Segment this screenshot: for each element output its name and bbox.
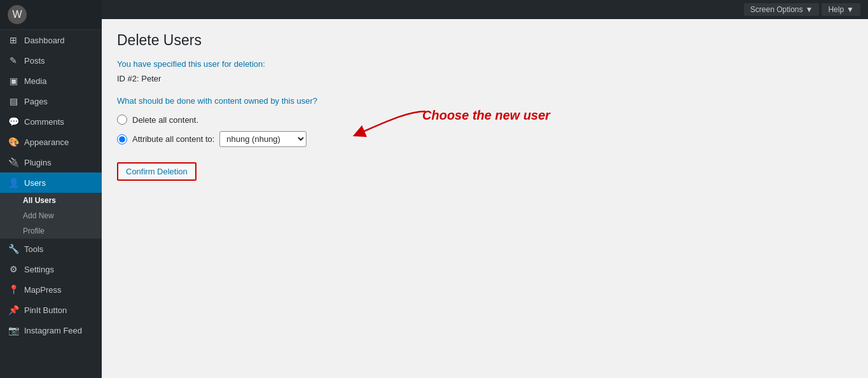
sidebar-item-pages[interactable]: ▤ Pages <box>0 91 102 111</box>
attribute-row: Attribute all content to: nhung (nhung) … <box>117 131 853 147</box>
sidebar-item-comments[interactable]: 💬 Comments <box>0 111 102 132</box>
sidebar-item-pinit[interactable]: 📌 PinIt Button <box>0 300 102 320</box>
user-id-text: ID #2: Peter <box>117 74 853 83</box>
sidebar-item-label: Instagram Feed <box>24 326 82 335</box>
users-submenu: All Users Add New Profile <box>0 193 102 239</box>
appearance-icon: 🎨 <box>8 137 19 147</box>
sidebar-item-tools[interactable]: 🔧 Tools <box>0 239 102 259</box>
delete-all-label[interactable]: Delete all content. <box>132 115 198 125</box>
sidebar-item-label: MapPress <box>24 285 62 295</box>
posts-icon: ✎ <box>8 55 19 66</box>
page-title: Delete Users <box>117 32 853 49</box>
sidebar-item-settings[interactable]: ⚙ Settings <box>0 259 102 279</box>
attribute-label[interactable]: Attribute all content to: <box>132 134 214 144</box>
screen-options-label: Screen Options <box>750 5 803 14</box>
submenu-all-users[interactable]: All Users <box>0 193 102 208</box>
sidebar-item-label: Tools <box>24 244 43 254</box>
submenu-add-new[interactable]: Add New <box>0 208 102 223</box>
sidebar-item-instagram[interactable]: 📷 Instagram Feed <box>0 320 102 340</box>
settings-icon: ⚙ <box>8 264 19 274</box>
delete-all-radio[interactable] <box>117 115 127 125</box>
sidebar-item-dashboard[interactable]: ⊞ Dashboard <box>0 30 102 50</box>
pinit-icon: 📌 <box>8 305 19 315</box>
annotation-area: Delete all content. Attribute all conten… <box>117 115 853 147</box>
sidebar-item-label: Appearance <box>24 137 69 147</box>
plugins-icon: 🔌 <box>8 157 19 167</box>
profile-label: Profile <box>23 227 45 235</box>
sidebar: W ⊞ Dashboard ✎ Posts ▣ Media ▤ Pages 💬 … <box>0 0 102 378</box>
all-users-label: All Users <box>23 196 56 205</box>
mappress-icon: 📍 <box>8 284 19 295</box>
sidebar-item-plugins[interactable]: 🔌 Plugins <box>0 152 102 172</box>
help-label: Help <box>828 5 844 14</box>
pages-icon: ▤ <box>8 96 19 106</box>
sidebar-item-label: Pages <box>24 97 48 106</box>
attribute-radio[interactable] <box>117 134 127 144</box>
user-select-dropdown[interactable]: nhung (nhung) admin <box>219 131 307 147</box>
users-arrow-icon: ◀ <box>88 178 94 187</box>
confirm-deletion-area: Confirm Deletion <box>117 162 853 181</box>
sidebar-item-mappress[interactable]: 📍 MapPress <box>0 279 102 300</box>
annotation-label: Choose the new user <box>422 108 550 123</box>
help-button[interactable]: Help ▼ <box>822 3 860 16</box>
main-area: Screen Options ▼ Help ▼ Delete Users You… <box>102 0 868 378</box>
sidebar-item-label: Media <box>24 76 46 86</box>
chevron-down-icon: ▼ <box>806 5 813 14</box>
comments-icon: 💬 <box>8 116 19 127</box>
dashboard-icon: ⊞ <box>8 35 19 45</box>
sidebar-item-label: Comments <box>24 117 64 127</box>
wp-logo-icon: W <box>8 5 27 24</box>
sidebar-item-appearance[interactable]: 🎨 Appearance <box>0 132 102 152</box>
chevron-down-icon: ▼ <box>846 5 854 14</box>
sidebar-item-users[interactable]: 👤 Users ◀ <box>0 172 102 193</box>
users-icon: 👤 <box>8 178 19 188</box>
sidebar-item-label: Plugins <box>24 158 52 167</box>
tools-icon: 🔧 <box>8 244 19 254</box>
topbar: Screen Options ▼ Help ▼ <box>102 0 868 19</box>
sidebar-item-media[interactable]: ▣ Media <box>0 71 102 91</box>
instagram-icon: 📷 <box>8 325 19 335</box>
sidebar-item-label: Settings <box>24 265 54 274</box>
media-icon: ▣ <box>8 76 19 86</box>
sidebar-item-posts[interactable]: ✎ Posts <box>0 50 102 71</box>
sidebar-logo: W <box>0 0 102 30</box>
add-new-label: Add New <box>23 211 54 220</box>
sidebar-item-label: PinIt Button <box>24 305 67 315</box>
sidebar-item-label: Dashboard <box>24 36 65 45</box>
sidebar-item-label: Users <box>24 178 46 188</box>
submenu-profile[interactable]: Profile <box>0 223 102 239</box>
sidebar-item-label: Posts <box>24 56 45 66</box>
question-text: What should be done with content owned b… <box>117 96 853 106</box>
content-area: Delete Users You have specified this use… <box>102 19 868 378</box>
info-text: You have specified this user for deletio… <box>117 59 853 69</box>
screen-options-button[interactable]: Screen Options ▼ <box>744 3 820 16</box>
confirm-deletion-button[interactable]: Confirm Deletion <box>117 162 196 181</box>
